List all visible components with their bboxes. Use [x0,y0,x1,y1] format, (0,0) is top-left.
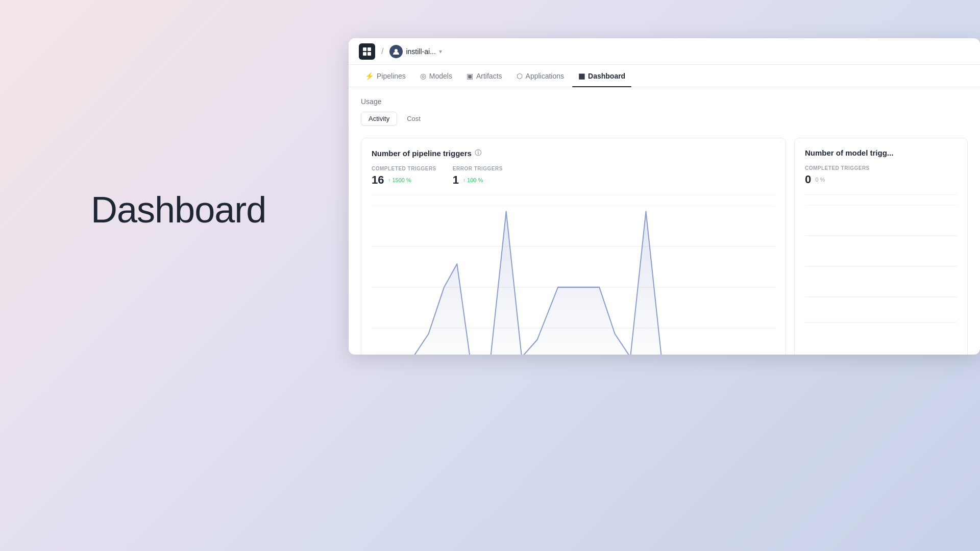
svg-rect-2 [363,52,366,56]
nav-tabs: ⚡ Pipelines ◎ Models ▣ Artifacts ⬡ Appli… [349,65,980,87]
model-stats-row: COMPLETED TRIGGERS 0 0 % [805,165,957,195]
breadcrumb-separator: / [381,47,383,56]
pipeline-triggers-card: Number of pipeline triggers ⓘ COMPLETED … [361,138,786,355]
org-name: instill-ai... [406,47,435,56]
model-chart-title: Number of model trigg... [805,148,957,157]
model-triggers-card: Number of model trigg... COMPLETED TRIGG… [794,138,968,355]
usage-tabs: Activity Cost [361,112,968,126]
top-bar: / instill-ai... ▾ [349,38,980,65]
arrow-up-icon: ↑ [388,178,390,183]
completed-change: ↑ 1500 % [388,177,411,183]
svg-rect-1 [368,47,371,51]
pipeline-chart-title: Number of pipeline triggers ⓘ [372,148,775,158]
applications-icon: ⬡ [517,72,523,80]
org-avatar [389,45,403,58]
page-background-title: Dashboard [91,189,266,231]
arrow-up-icon-2: ↑ [463,178,465,183]
tab-artifacts[interactable]: ▣ Artifacts [460,69,508,83]
app-logo [359,43,375,60]
org-switcher[interactable]: instill-ai... ▾ [389,45,442,58]
tab-models[interactable]: ◎ Models [414,69,458,83]
chevron-down-icon: ▾ [439,48,442,55]
activity-tab[interactable]: Activity [361,112,397,126]
main-content: Usage Activity Cost Number of pipeline t… [349,87,980,355]
pipeline-line-chart: 4 3 2 1 0 [372,206,775,355]
usage-label: Usage [361,97,968,106]
completed-triggers-stat: COMPLETED TRIGGERS 16 ↑ 1500 % [372,166,436,187]
artifacts-icon: ▣ [467,72,473,80]
charts-row: Number of pipeline triggers ⓘ COMPLETED … [361,138,968,355]
pipeline-stats-row: COMPLETED TRIGGERS 16 ↑ 1500 % ERROR TRI… [372,166,775,195]
model-completed-stat: COMPLETED TRIGGERS 0 0 % [805,165,870,186]
models-icon: ◎ [420,72,426,80]
tab-pipelines[interactable]: ⚡ Pipelines [359,69,412,83]
model-chart-area [805,205,957,328]
app-window: / instill-ai... ▾ ⚡ Pipelines ◎ Models ▣… [349,38,980,355]
tab-applications[interactable]: ⬡ Applications [510,69,571,83]
tab-dashboard[interactable]: ▦ Dashboard [572,69,631,83]
model-change: 0 % [815,177,825,183]
info-icon: ⓘ [475,148,481,158]
dashboard-icon: ▦ [578,72,585,80]
error-change: ↑ 100 % [463,177,483,183]
svg-rect-0 [363,47,366,51]
cost-tab[interactable]: Cost [399,112,428,126]
pipelines-icon: ⚡ [365,72,374,80]
error-triggers-stat: ERROR TRIGGERS 1 ↑ 100 % [453,166,503,187]
svg-rect-3 [368,52,371,56]
